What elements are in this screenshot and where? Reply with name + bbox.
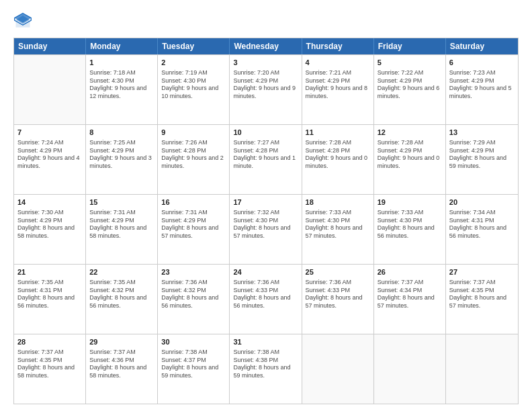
sunrise-info: Sunrise: 7:36 AM bbox=[161, 279, 226, 287]
daylight-info: Daylight: 8 hours and 59 minutes. bbox=[233, 364, 298, 379]
sunset-info: Sunset: 4:29 PM bbox=[378, 147, 442, 155]
calendar-cell: 16Sunrise: 7:31 AMSunset: 4:29 PMDayligh… bbox=[158, 195, 230, 264]
calendar-cell: 13Sunrise: 7:29 AMSunset: 4:29 PMDayligh… bbox=[446, 125, 518, 194]
sunrise-info: Sunrise: 7:28 AM bbox=[306, 139, 370, 147]
sunrise-info: Sunrise: 7:27 AM bbox=[233, 139, 298, 147]
calendar-cell: 26Sunrise: 7:37 AMSunset: 4:34 PMDayligh… bbox=[374, 265, 446, 334]
sunset-info: Sunset: 4:29 PM bbox=[449, 147, 515, 155]
calendar-cell: 1Sunrise: 7:18 AMSunset: 4:30 PMDaylight… bbox=[86, 55, 158, 124]
daylight-info: Daylight: 9 hours and 10 minutes. bbox=[161, 85, 226, 100]
calendar-cell bbox=[374, 334, 446, 404]
day-number: 15 bbox=[89, 197, 154, 208]
sunset-info: Sunset: 4:29 PM bbox=[449, 77, 515, 85]
sunrise-info: Sunrise: 7:23 AM bbox=[449, 69, 515, 77]
weekday-header: Friday bbox=[374, 38, 446, 54]
daylight-info: Daylight: 9 hours and 6 minutes. bbox=[378, 85, 442, 100]
calendar-cell: 28Sunrise: 7:37 AMSunset: 4:35 PMDayligh… bbox=[14, 334, 86, 404]
calendar-cell bbox=[446, 334, 518, 404]
header bbox=[13, 12, 519, 31]
day-number: 22 bbox=[89, 267, 154, 277]
calendar-cell: 29Sunrise: 7:37 AMSunset: 4:36 PMDayligh… bbox=[86, 334, 158, 404]
sunset-info: Sunset: 4:37 PM bbox=[161, 357, 226, 365]
sunset-info: Sunset: 4:28 PM bbox=[233, 147, 298, 155]
daylight-info: Daylight: 8 hours and 57 minutes. bbox=[306, 224, 370, 240]
calendar-cell: 25Sunrise: 7:36 AMSunset: 4:33 PMDayligh… bbox=[302, 265, 374, 334]
sunrise-info: Sunrise: 7:22 AM bbox=[378, 69, 442, 77]
calendar-cell: 23Sunrise: 7:36 AMSunset: 4:32 PMDayligh… bbox=[158, 265, 230, 334]
weekday-header: Monday bbox=[86, 38, 158, 54]
day-number: 18 bbox=[306, 197, 370, 208]
sunrise-info: Sunrise: 7:19 AM bbox=[161, 69, 226, 77]
calendar-cell: 12Sunrise: 7:28 AMSunset: 4:29 PMDayligh… bbox=[374, 125, 446, 194]
calendar-cell: 8Sunrise: 7:25 AMSunset: 4:29 PMDaylight… bbox=[86, 125, 158, 194]
daylight-info: Daylight: 9 hours and 3 minutes. bbox=[89, 154, 154, 170]
sunrise-info: Sunrise: 7:31 AM bbox=[161, 209, 226, 217]
calendar-cell: 14Sunrise: 7:30 AMSunset: 4:29 PMDayligh… bbox=[14, 195, 86, 264]
sunrise-info: Sunrise: 7:24 AM bbox=[17, 139, 82, 147]
day-number: 25 bbox=[306, 267, 370, 277]
sunrise-info: Sunrise: 7:38 AM bbox=[161, 349, 226, 357]
calendar-cell: 24Sunrise: 7:36 AMSunset: 4:33 PMDayligh… bbox=[230, 265, 302, 334]
weekday-header: Saturday bbox=[446, 38, 518, 54]
calendar-cell bbox=[14, 55, 86, 124]
calendar-cell: 5Sunrise: 7:22 AMSunset: 4:29 PMDaylight… bbox=[374, 55, 446, 124]
calendar-cell: 11Sunrise: 7:28 AMSunset: 4:28 PMDayligh… bbox=[302, 125, 374, 194]
sunset-info: Sunset: 4:30 PM bbox=[233, 217, 298, 225]
calendar-cell: 2Sunrise: 7:19 AMSunset: 4:30 PMDaylight… bbox=[158, 55, 230, 124]
sunrise-info: Sunrise: 7:33 AM bbox=[378, 209, 442, 217]
sunset-info: Sunset: 4:30 PM bbox=[161, 77, 226, 85]
calendar-row: 1Sunrise: 7:18 AMSunset: 4:30 PMDaylight… bbox=[14, 54, 518, 124]
daylight-info: Daylight: 8 hours and 59 minutes. bbox=[161, 364, 226, 379]
calendar-cell: 4Sunrise: 7:21 AMSunset: 4:29 PMDaylight… bbox=[302, 55, 374, 124]
daylight-info: Daylight: 8 hours and 57 minutes. bbox=[233, 224, 298, 240]
calendar-row: 28Sunrise: 7:37 AMSunset: 4:35 PMDayligh… bbox=[14, 334, 518, 404]
calendar-cell bbox=[302, 334, 374, 404]
day-number: 30 bbox=[161, 337, 226, 347]
day-number: 21 bbox=[17, 267, 82, 277]
sunset-info: Sunset: 4:29 PM bbox=[17, 217, 82, 225]
calendar-header: SundayMondayTuesdayWednesdayThursdayFrid… bbox=[14, 38, 518, 54]
calendar-cell: 15Sunrise: 7:31 AMSunset: 4:29 PMDayligh… bbox=[86, 195, 158, 264]
daylight-info: Daylight: 9 hours and 8 minutes. bbox=[306, 85, 370, 100]
sunrise-info: Sunrise: 7:36 AM bbox=[306, 279, 370, 287]
sunset-info: Sunset: 4:35 PM bbox=[17, 357, 82, 365]
sunset-info: Sunset: 4:29 PM bbox=[17, 147, 82, 155]
daylight-info: Daylight: 9 hours and 9 minutes. bbox=[233, 85, 298, 100]
day-number: 2 bbox=[161, 58, 226, 68]
daylight-info: Daylight: 8 hours and 57 minutes. bbox=[306, 294, 370, 310]
daylight-info: Daylight: 8 hours and 58 minutes. bbox=[17, 364, 82, 379]
sunset-info: Sunset: 4:33 PM bbox=[233, 287, 298, 295]
sunset-info: Sunset: 4:36 PM bbox=[89, 357, 154, 365]
weekday-header: Tuesday bbox=[158, 38, 230, 54]
daylight-info: Daylight: 9 hours and 12 minutes. bbox=[89, 85, 154, 100]
day-number: 7 bbox=[17, 128, 82, 138]
day-number: 11 bbox=[306, 128, 370, 138]
day-number: 20 bbox=[449, 197, 515, 208]
calendar-cell: 22Sunrise: 7:35 AMSunset: 4:32 PMDayligh… bbox=[86, 265, 158, 334]
sunrise-info: Sunrise: 7:20 AM bbox=[233, 69, 298, 77]
daylight-info: Daylight: 8 hours and 57 minutes. bbox=[161, 224, 226, 240]
sunrise-info: Sunrise: 7:37 AM bbox=[89, 349, 154, 357]
daylight-info: Daylight: 9 hours and 0 minutes. bbox=[378, 154, 442, 170]
sunrise-info: Sunrise: 7:26 AM bbox=[161, 139, 226, 147]
sunset-info: Sunset: 4:29 PM bbox=[233, 77, 298, 85]
sunrise-info: Sunrise: 7:21 AM bbox=[306, 69, 370, 77]
calendar: SundayMondayTuesdayWednesdayThursdayFrid… bbox=[13, 38, 519, 404]
sunrise-info: Sunrise: 7:30 AM bbox=[17, 209, 82, 217]
logo-icon bbox=[13, 12, 32, 31]
sunset-info: Sunset: 4:33 PM bbox=[306, 287, 370, 295]
daylight-info: Daylight: 8 hours and 58 minutes. bbox=[17, 224, 82, 240]
sunrise-info: Sunrise: 7:35 AM bbox=[89, 279, 154, 287]
day-number: 12 bbox=[378, 128, 442, 138]
logo bbox=[13, 12, 35, 31]
daylight-info: Daylight: 8 hours and 58 minutes. bbox=[89, 364, 154, 379]
sunrise-info: Sunrise: 7:37 AM bbox=[17, 349, 82, 357]
weekday-header: Sunday bbox=[14, 38, 86, 54]
sunset-info: Sunset: 4:35 PM bbox=[449, 287, 515, 295]
daylight-info: Daylight: 9 hours and 1 minute. bbox=[233, 154, 298, 170]
day-number: 23 bbox=[161, 267, 226, 277]
day-number: 28 bbox=[17, 337, 82, 347]
daylight-info: Daylight: 9 hours and 2 minutes. bbox=[161, 154, 226, 170]
daylight-info: Daylight: 8 hours and 56 minutes. bbox=[233, 294, 298, 310]
daylight-info: Daylight: 9 hours and 4 minutes. bbox=[17, 154, 82, 170]
